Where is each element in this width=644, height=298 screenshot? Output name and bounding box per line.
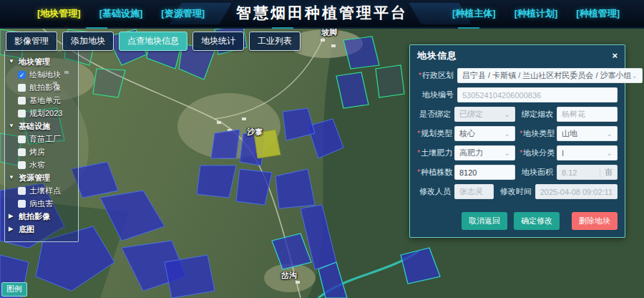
lock-status-select: 已绑定⌄ <box>454 107 515 122</box>
checkbox-icon[interactable] <box>18 135 26 143</box>
field-label-farmer: 绑定烟农 <box>519 109 557 120</box>
layer-draw-plots[interactable]: ✓ 绘制地块 <box>9 68 74 81</box>
menu-item-infrastructure[interactable]: [基础设施] <box>99 7 143 20</box>
editor-input: 张志灵 <box>454 184 494 199</box>
map-toolbar: 影像管理 添加地块 点查地块信息 地块统计 工业列表 <box>6 32 301 51</box>
field-label-editor: 修改人员 <box>417 186 454 197</box>
image-management-button[interactable]: 影像管理 <box>6 32 57 51</box>
layer-label: 绘制地块 <box>29 69 61 80</box>
field-label-lock-status: 是否绑定 <box>417 109 454 120</box>
field-label-admin-region: *行政区划 <box>417 70 457 81</box>
chevron-down-icon: ⌄ <box>607 150 613 157</box>
plot-code-input[interactable]: 530524104206000836 <box>457 87 618 102</box>
tree-group-label: 基础设施 <box>19 121 50 132</box>
edit-time-input: 2025-04-08 09:02:11 <box>535 184 618 199</box>
tree-group-aerial-imagery[interactable]: ▶ 航拍影像 <box>9 210 74 223</box>
tree-group-basemap[interactable]: ▶ 底图 <box>9 223 74 236</box>
caret-down-icon: ▼ <box>9 59 15 64</box>
top-header: [地块管理] [基础设施] [资源管理] 智慧烟田种植管理平台 [种植主体] [… <box>0 0 644 29</box>
close-icon[interactable]: × <box>612 52 618 60</box>
tree-group-label: 航拍影像 <box>19 211 50 222</box>
menu-item-planting-plan[interactable]: [种植计划] <box>514 7 558 20</box>
layer-label: 水窖 <box>29 160 45 170</box>
farmer-input: 杨树花 <box>557 107 618 122</box>
checkbox-icon[interactable] <box>18 110 26 117</box>
layer-tree-panel: ▼ 地块管理 ✓ 绘制地块 航拍影像 基地单元 规划2023 ▼ 基础设施 育苗… <box>4 50 79 242</box>
layer-curing-barn[interactable]: 烤房 <box>9 145 74 158</box>
checkbox-icon[interactable] <box>18 148 26 156</box>
area-input: 8.12亩 <box>557 165 618 180</box>
tree-group-label: 资源管理 <box>19 173 50 183</box>
field-label-area: 地块面积 <box>519 167 557 178</box>
menu-item-planting-subject[interactable]: [种植主体] <box>452 7 496 20</box>
layer-seedling-factory[interactable]: 育苗工厂 <box>9 133 74 145</box>
caret-down-icon: ▼ <box>9 123 15 129</box>
chevron-down-icon: ⌄ <box>504 130 510 138</box>
tree-group-resource-management[interactable]: ▼ 资源管理 <box>9 171 74 184</box>
menu-item-plot-management[interactable]: [地块管理] <box>37 7 81 20</box>
admin-region-select[interactable]: 昌宁县 / 卡斯镇 / 兰山社区村民委员会 / 沙寨小组⌄ <box>457 68 643 83</box>
main-menu-left: [地块管理] [基础设施] [资源管理] <box>37 7 205 20</box>
layer-pest-disease[interactable]: 病虫害 <box>9 197 74 210</box>
field-label-soil-fertility: *土壤肥力 <box>417 148 454 158</box>
field-label-plot-class: *地块分类 <box>519 148 557 158</box>
field-label-edit-time: 修改时间 <box>498 186 535 197</box>
confirm-modify-button[interactable]: 确定修改 <box>514 212 560 230</box>
plan-type-select[interactable]: 核心⌄ <box>454 126 515 141</box>
layer-plan-2023[interactable]: 规划2023 <box>9 107 74 120</box>
layer-label: 育苗工厂 <box>29 134 61 145</box>
tree-group-infrastructure[interactable]: ▼ 基础设施 <box>9 120 74 133</box>
layer-label: 病虫害 <box>29 198 53 209</box>
tree-group-label: 地块管理 <box>19 57 50 67</box>
tree-group-plot-management[interactable]: ▼ 地块管理 <box>9 55 74 68</box>
delete-plot-button[interactable]: 删除地块 <box>572 212 618 230</box>
layer-label: 航拍影像 <box>29 82 61 93</box>
query-plot-info-button[interactable]: 点查地块信息 <box>119 32 187 51</box>
page-title: 智慧烟田种植管理平台 <box>236 3 408 23</box>
field-label-plot-code: 地块编号 <box>417 90 457 100</box>
plot-statistics-button[interactable]: 地块统计 <box>192 32 244 51</box>
tree-group-label: 底图 <box>19 224 34 235</box>
field-label-plant-count: *种植株数 <box>417 167 454 178</box>
main-menu-right: [种植主体] [种植计划] [种植管理] <box>452 7 620 20</box>
industry-list-button[interactable]: 工业列表 <box>249 32 301 51</box>
chevron-down-icon: ⌄ <box>504 150 510 157</box>
checkbox-checked-icon[interactable]: ✓ <box>18 71 26 79</box>
caret-down-icon: ▼ <box>9 175 15 181</box>
checkbox-icon[interactable] <box>18 97 26 105</box>
field-label-plot-type: *地块类型 <box>519 128 557 139</box>
layer-label: 规划2023 <box>29 108 62 119</box>
plot-type-select[interactable]: 山地⌄ <box>557 126 618 141</box>
chevron-down-icon: ⌄ <box>632 72 638 80</box>
layer-water-cellar[interactable]: 水窖 <box>9 158 74 171</box>
field-label-plan-type: *规划类型 <box>417 128 454 139</box>
area-unit: 亩 <box>600 167 613 178</box>
menu-item-resource-management[interactable]: [资源管理] <box>161 7 205 20</box>
chevron-down-icon: ⌄ <box>607 130 613 138</box>
layer-label: 基地单元 <box>29 95 61 106</box>
plot-info-panel: 地块信息 × *行政区划 昌宁县 / 卡斯镇 / 兰山社区村民委员会 / 沙寨小… <box>409 44 625 238</box>
cancel-return-button[interactable]: 取消返回 <box>462 212 507 230</box>
app-window: .p { fill:#2c31bb; fill-opacity:.78; str… <box>0 0 644 298</box>
caret-right-icon: ▶ <box>9 226 15 232</box>
plant-count-input[interactable]: 8120 <box>454 165 515 180</box>
layer-label: 烤房 <box>29 147 45 158</box>
checkbox-icon[interactable] <box>18 200 26 208</box>
add-plot-button[interactable]: 添加地块 <box>62 32 114 51</box>
panel-title: 地块信息 <box>417 49 457 62</box>
plot-class-select[interactable]: I⌄ <box>557 145 618 160</box>
layer-base-unit[interactable]: 基地单元 <box>9 94 74 107</box>
layer-soil-sample-points[interactable]: 土壤样点 <box>9 184 74 197</box>
checkbox-icon[interactable] <box>18 161 26 169</box>
checkbox-icon[interactable] <box>18 84 26 92</box>
layer-label: 土壤样点 <box>29 186 61 196</box>
layer-aerial-imagery[interactable]: 航拍影像 <box>9 81 74 94</box>
soil-fertility-select[interactable]: 高肥力⌄ <box>454 145 515 160</box>
checkbox-icon[interactable] <box>18 187 26 195</box>
caret-right-icon: ▶ <box>9 213 15 219</box>
chevron-down-icon: ⌄ <box>504 111 510 118</box>
menu-item-planting-management[interactable]: [种植管理] <box>576 7 620 20</box>
legend-button[interactable]: 图例 <box>1 282 27 297</box>
